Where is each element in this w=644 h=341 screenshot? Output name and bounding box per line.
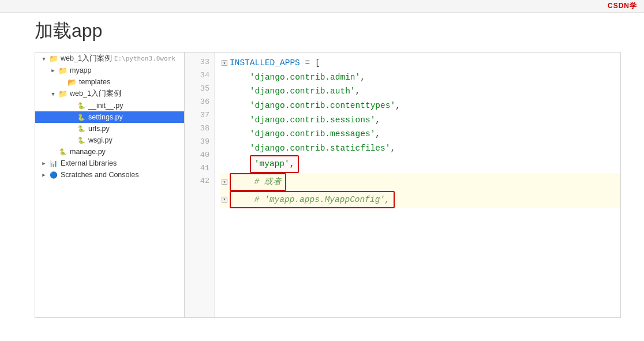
top-bar: CSDN学 [0,0,644,13]
tree-label-templates: templates [79,78,110,86]
tree-arrow-init [68,102,76,110]
ln-36: 36 [185,96,209,109]
file-tree: ▼ 📁 web_1入门案例 E:\python3.0work ▶ 📁 myapp… [35,52,185,318]
tree-label-wsgi: wsgi.py [88,136,113,144]
tree-label-urls: urls.py [88,125,110,133]
tree-item-web1-sub[interactable]: ▼ 📁 web_1入门案例 [35,88,184,100]
code-line-40: 'myapp', [220,155,620,173]
code-line-33: ▾ INSTALLED_APPS = [ [220,56,620,70]
tree-arrow-urls [68,125,76,133]
folder-icon-web1-sub: 📁 [58,89,68,99]
page-title: 加载app [35,18,102,44]
tree-item-init-py[interactable]: 🐍 __init__.py [35,100,184,111]
tree-arrow-web1-sub: ▼ [49,90,57,98]
code-line-36: 'django.contrib.contenttypes', [220,99,620,113]
code-text-41: # 或者 [230,173,286,191]
py-icon-manage: 🐍 [58,147,68,156]
ln-37: 37 [185,109,209,122]
csdn-logo: CSDN学 [608,1,637,11]
py-icon-init: 🐍 [77,101,86,110]
tree-label-myapp: myapp [70,66,92,74]
tree-label-settings: settings.py [88,113,123,121]
ln-42: 42 [185,175,209,188]
tree-arrow-scratches: ▶ [40,171,48,179]
scratches-icon: 🔵 [49,170,58,179]
tree-item-urls-py[interactable]: 🐍 urls.py [35,123,184,134]
ln-39: 39 [185,136,209,149]
tree-label-manage: manage.py [70,148,106,156]
code-lines-area[interactable]: ▾ INSTALLED_APPS = [ 'django.contrib.adm… [215,53,620,317]
tree-item-wsgi-py[interactable]: 🐍 wsgi.py [35,134,184,146]
code-text-35: 'django.contrib.auth', [230,84,360,99]
tree-path-hint: E:\python3.0work [114,55,175,62]
ln-35: 35 [185,83,209,96]
code-line-34: 'django.contrib.admin', [220,70,620,85]
tree-item-settings-py[interactable]: 🐍 settings.py [35,111,184,123]
ln-40: 40 [185,149,209,162]
tree-arrow-wsgi [68,136,76,144]
folder-icon-templates: 📂 [68,77,77,87]
tree-item-manage-py[interactable]: 🐍 manage.py [35,146,184,158]
py-icon-wsgi: 🐍 [77,136,86,145]
folder-icon-web1: 📁 [49,54,58,63]
tree-item-templates[interactable]: 📂 templates [35,76,184,88]
py-icon-urls: 🐍 [77,124,86,133]
code-text-39: 'django.contrib.staticfiles', [230,141,395,156]
tree-arrow-settings [68,113,76,121]
tree-arrow-templates [58,78,66,86]
code-text-34: 'django.contrib.admin', [230,70,365,85]
code-line-41: ▾ # 或者 [220,173,620,191]
tree-arrow-manage [49,148,57,156]
code-text-40: 'myapp', [230,155,299,173]
code-content: 33 34 35 36 37 38 39 40 41 42 ▾ INSTALLE… [185,53,620,317]
code-text-33: INSTALLED_APPS = [ [230,56,320,70]
libs-icon: 📊 [49,159,58,168]
tree-item-ext-libs[interactable]: ▶ 📊 External Libraries [35,158,184,169]
code-editor: 33 34 35 36 37 38 39 40 41 42 ▾ INSTALLE… [185,52,621,318]
fold-icon-41[interactable]: ▾ [222,179,227,185]
fold-gutter-42: ▾ [220,197,230,203]
code-line-35: 'django.contrib.auth', [220,84,620,99]
fold-gutter-41: ▾ [220,179,230,185]
ln-34: 34 [185,69,209,83]
tree-label-ext: External Libraries [61,159,117,167]
tree-item-myapp[interactable]: ▶ 📁 myapp [35,65,184,76]
tree-label-scratches: Scratches and Consoles [61,171,139,179]
code-line-37: 'django.contrib.sessions', [220,113,620,128]
ln-33: 33 [185,56,209,69]
py-icon-settings: 🐍 [77,113,86,122]
tree-item-web1-root[interactable]: ▼ 📁 web_1入门案例 E:\python3.0work [35,53,184,65]
code-line-39: 'django.contrib.staticfiles', [220,141,620,156]
comment-box-41: # 或者 [230,173,286,191]
tree-arrow-ext: ▶ [40,159,48,167]
fold-gutter-33: ▾ [220,60,230,66]
code-line-42: ▾ # 'myapp.apps.MyappConfig', [220,191,620,209]
code-text-38: 'django.contrib.messages', [230,127,380,141]
tree-item-scratches[interactable]: ▶ 🔵 Scratches and Consoles [35,169,184,181]
tree-label-init: __init__.py [88,102,123,110]
folder-icon-myapp: 📁 [58,66,68,75]
code-line-38: 'django.contrib.messages', [220,127,620,141]
highlight-myapp: 'myapp', [250,155,299,173]
tree-arrow-myapp: ▶ [49,66,57,74]
ln-41: 41 [185,162,209,175]
tree-arrow-web1: ▼ [40,55,48,63]
main-content: ▼ 📁 web_1入门案例 E:\python3.0work ▶ 📁 myapp… [35,52,621,318]
tree-label-web1-sub: web_1入门案例 [70,89,121,99]
fold-icon-42[interactable]: ▾ [222,197,227,203]
code-text-37: 'django.contrib.sessions', [230,113,380,128]
comment-box-42: # 'myapp.apps.MyappConfig', [230,191,395,209]
ln-38: 38 [185,122,209,136]
line-numbers: 33 34 35 36 37 38 39 40 41 42 [185,53,215,317]
code-text-42: # 'myapp.apps.MyappConfig', [230,191,395,209]
code-text-36: 'django.contrib.contenttypes', [230,99,400,113]
fold-icon-33[interactable]: ▾ [222,60,227,66]
tree-label-web1: web_1入门案例 [61,54,112,63]
